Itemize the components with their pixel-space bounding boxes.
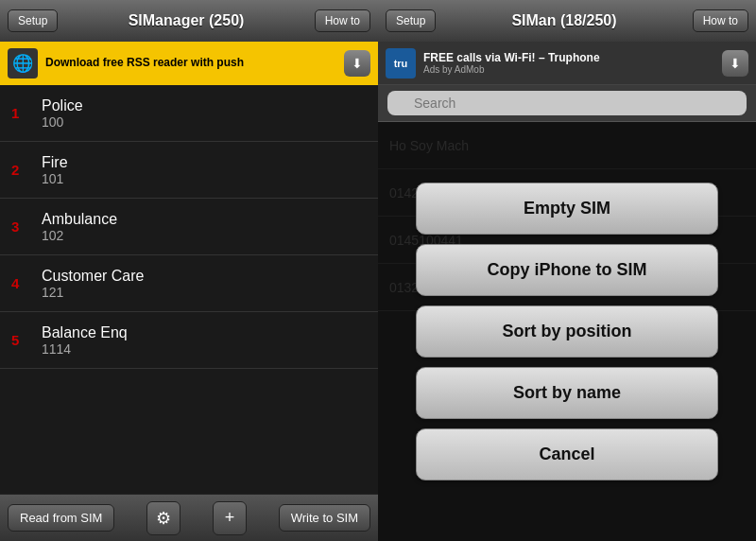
left-howto-button[interactable]: How to xyxy=(315,9,370,32)
copy-iphone-to-sim-button[interactable]: Copy iPhone to SIM xyxy=(416,244,718,296)
row-index: 5 xyxy=(11,332,30,348)
right-ad-bar[interactable]: tru FREE calls via Wi-Fi! – Truphone Ads… xyxy=(378,42,756,85)
right-howto-button[interactable]: How to xyxy=(693,9,748,32)
right-title: SIMan (18/250) xyxy=(511,12,616,29)
table-row[interactable]: 4 Customer Care 121 xyxy=(0,255,378,312)
table-row[interactable]: 3 Ambulance 102 xyxy=(0,199,378,255)
search-bar: 🔍 xyxy=(378,85,756,122)
add-contact-button[interactable]: + xyxy=(213,501,247,535)
right-header: Setup SIMan (18/250) How to xyxy=(378,0,756,42)
contact-phone: 100 xyxy=(42,114,83,130)
contact-phone: 102 xyxy=(42,228,117,243)
modal-overlay: Ho Soy Mach 0142000433 0145100441 013200… xyxy=(378,122,756,541)
left-ad-download-icon[interactable]: ⬇ xyxy=(344,50,370,77)
truphone-icon: tru xyxy=(386,48,416,79)
row-index: 3 xyxy=(11,218,30,235)
right-ad-info: FREE calls via Wi-Fi! – Truphone Ads by … xyxy=(423,51,714,75)
right-ad-sub: Ads by AdMob xyxy=(423,64,714,75)
left-title: SIManager (250) xyxy=(129,12,245,29)
right-setup-button[interactable]: Setup xyxy=(386,9,436,32)
sort-by-name-button[interactable]: Sort by name xyxy=(416,367,718,419)
right-ad-download-icon[interactable]: ⬇ xyxy=(722,50,748,77)
contact-name: Fire xyxy=(42,154,68,171)
sort-by-position-button[interactable]: Sort by position xyxy=(416,305,718,358)
contact-info: Ambulance 102 xyxy=(42,211,117,243)
read-from-sim-button[interactable]: Read from SIM xyxy=(8,504,114,532)
settings-icon: ⚙ xyxy=(156,508,171,529)
search-wrapper: 🔍 xyxy=(387,91,747,115)
globe-icon: 🌐 xyxy=(8,48,38,79)
row-index: 2 xyxy=(11,162,30,178)
table-row[interactable]: 5 Balance Enq 1114 xyxy=(0,312,378,369)
left-panel: Setup SIManager (250) How to 🌐 Download … xyxy=(0,0,378,541)
table-row[interactable]: 2 Fire 101 xyxy=(0,142,378,199)
contact-name: Ambulance xyxy=(42,211,117,228)
left-ad-text: Download free RSS reader with push xyxy=(45,56,336,71)
left-toolbar: Read from SIM ⚙ + Write to SIM xyxy=(0,494,378,541)
action-modal: Empty SIM Copy iPhone to SIM Sort by pos… xyxy=(378,122,756,541)
row-index: 1 xyxy=(11,105,30,121)
contact-name: Customer Care xyxy=(42,268,144,285)
left-contact-list: 1 Police 100 2 Fire 101 3 Ambulance 102 … xyxy=(0,85,378,494)
add-icon: + xyxy=(225,508,235,528)
contact-phone: 121 xyxy=(42,285,144,300)
left-ad-bar[interactable]: 🌐 Download free RSS reader with push ⬇ xyxy=(0,42,378,85)
contact-phone: 1114 xyxy=(42,341,128,357)
cancel-button[interactable]: Cancel xyxy=(416,428,718,480)
contact-info: Customer Care 121 xyxy=(42,268,144,300)
contact-info: Balance Enq 1114 xyxy=(42,324,128,357)
row-index: 4 xyxy=(11,275,30,291)
contact-name: Police xyxy=(42,97,83,114)
empty-sim-button[interactable]: Empty SIM xyxy=(416,183,718,235)
search-input[interactable] xyxy=(387,91,747,115)
right-panel: Setup SIMan (18/250) How to tru FREE cal… xyxy=(378,0,756,541)
settings-button[interactable]: ⚙ xyxy=(146,501,180,535)
left-setup-button[interactable]: Setup xyxy=(8,9,58,32)
right-ad-title: FREE calls via Wi-Fi! – Truphone xyxy=(423,51,714,64)
contact-phone: 101 xyxy=(42,171,68,186)
contact-name: Balance Enq xyxy=(42,324,128,341)
left-header: Setup SIManager (250) How to xyxy=(0,0,378,42)
table-row[interactable]: 1 Police 100 xyxy=(0,85,378,142)
contact-info: Fire 101 xyxy=(42,154,68,186)
write-to-sim-button[interactable]: Write to SIM xyxy=(279,504,370,532)
contact-info: Police 100 xyxy=(42,97,83,130)
